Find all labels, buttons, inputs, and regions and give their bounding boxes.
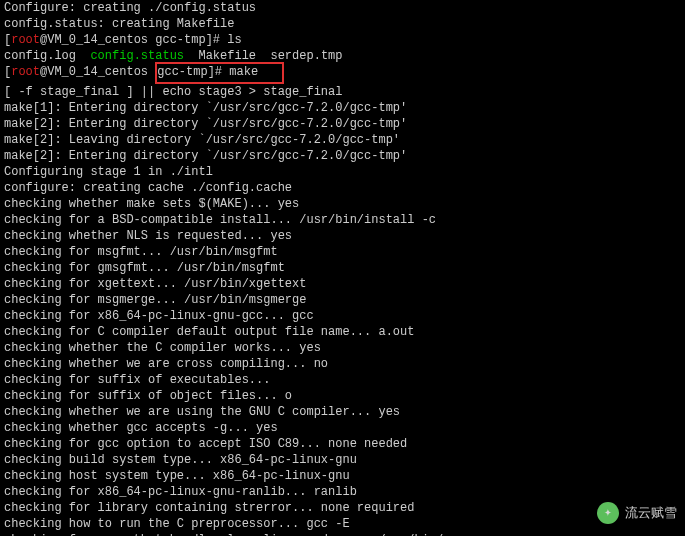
output-line: checking for suffix of object files... o: [4, 388, 681, 404]
command-text: make: [229, 65, 258, 79]
file-name: Makefile: [198, 49, 256, 63]
prompt-host: VM_0_14_centos: [47, 65, 148, 79]
ls-output: config.log config.status Makefile serdep…: [4, 48, 681, 64]
output-line: checking for x86_64-pc-linux-gnu-gcc... …: [4, 308, 681, 324]
prompt-close: ]#: [206, 33, 228, 47]
output-line: checking how to run the C preprocessor..…: [4, 516, 681, 532]
prompt-line[interactable]: [root@VM_0_14_centos gcc-tmp]# make: [4, 64, 681, 84]
output-line: checking host system type... x86_64-pc-l…: [4, 468, 681, 484]
wechat-icon: ✦: [597, 502, 619, 524]
prompt-line[interactable]: [root@VM_0_14_centos gcc-tmp]# ls: [4, 32, 681, 48]
output-line: checking for a BSD-compatible install...…: [4, 212, 681, 228]
output-line: checking for x86_64-pc-linux-gnu-ranlib.…: [4, 484, 681, 500]
prompt-close: ]#: [208, 65, 230, 79]
output-line: checking for xgettext... /usr/bin/xgette…: [4, 276, 681, 292]
output-line: configure: creating cache ./config.cache: [4, 180, 681, 196]
output-line: make[2]: Leaving directory `/usr/src/gcc…: [4, 132, 681, 148]
watermark: ✦ 流云赋雪: [597, 502, 677, 524]
prompt-cwd: gcc-tmp: [155, 33, 205, 47]
output-line: make[2]: Entering directory `/usr/src/gc…: [4, 116, 681, 132]
output-line: Configure: creating ./config.status: [4, 0, 681, 16]
output-line: checking whether the C compiler works...…: [4, 340, 681, 356]
command-highlight-box: gcc-tmp]# make: [155, 62, 283, 84]
file-name: config.log: [4, 49, 76, 63]
output-line: checking for grep that handles long line…: [4, 532, 681, 536]
prompt-host: VM_0_14_centos: [47, 33, 148, 47]
watermark-text: 流云赋雪: [625, 505, 677, 521]
output-line: [ -f stage_final ] || echo stage3 > stag…: [4, 84, 681, 100]
prompt-user: root: [11, 33, 40, 47]
output-line: checking for C compiler default output f…: [4, 324, 681, 340]
output-line: make[2]: Entering directory `/usr/src/gc…: [4, 148, 681, 164]
output-line: checking for suffix of executables...: [4, 372, 681, 388]
output-line: checking whether gcc accepts -g... yes: [4, 420, 681, 436]
output-line: checking whether we are using the GNU C …: [4, 404, 681, 420]
command-text: ls: [227, 33, 241, 47]
output-line: checking for gcc option to accept ISO C8…: [4, 436, 681, 452]
output-line: checking for library containing strerror…: [4, 500, 681, 516]
output-line: checking for msgmerge... /usr/bin/msgmer…: [4, 292, 681, 308]
prompt-cwd: gcc-tmp: [157, 65, 207, 79]
output-line: checking build system type... x86_64-pc-…: [4, 452, 681, 468]
output-line: checking for msgfmt... /usr/bin/msgfmt: [4, 244, 681, 260]
output-line: checking whether make sets $(MAKE)... ye…: [4, 196, 681, 212]
file-name: config.status: [90, 49, 184, 63]
output-line: Configuring stage 1 in ./intl: [4, 164, 681, 180]
file-name: serdep.tmp: [270, 49, 342, 63]
prompt-user: root: [11, 65, 40, 79]
output-line: checking whether we are cross compiling.…: [4, 356, 681, 372]
output-line: make[1]: Entering directory `/usr/src/gc…: [4, 100, 681, 116]
output-line: config.status: creating Makefile: [4, 16, 681, 32]
output-line: checking for gmsgfmt... /usr/bin/msgfmt: [4, 260, 681, 276]
output-line: checking whether NLS is requested... yes: [4, 228, 681, 244]
terminal-output: Configure: creating ./config.status conf…: [4, 0, 681, 536]
